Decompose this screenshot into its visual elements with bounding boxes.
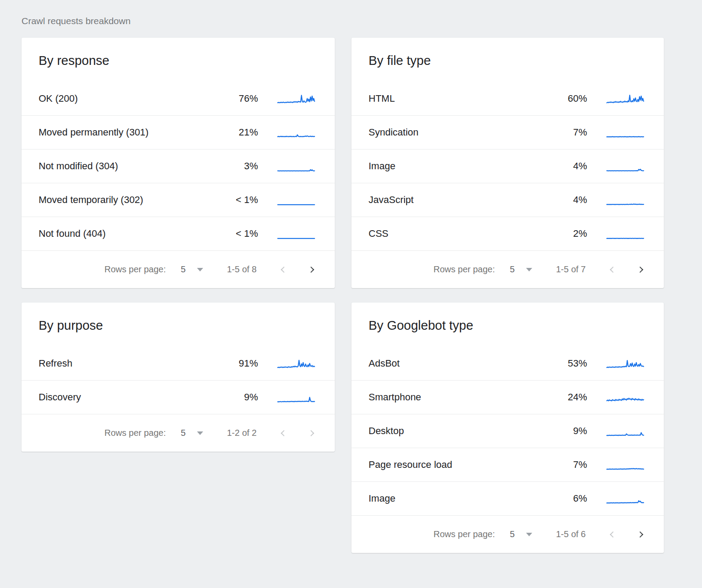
sparkline-chart [277, 390, 315, 405]
row-label: JavaScript [369, 194, 414, 206]
chevron-right-icon [637, 266, 643, 272]
table-row[interactable]: Image4% [351, 149, 664, 183]
row-label: Image [369, 493, 395, 504]
card-title: By Googlebot type [351, 303, 664, 346]
card-pagination: Rows per page: 5 1-5 of 7 [351, 250, 664, 288]
sparkline-chart [606, 390, 645, 405]
card-rows: HTML60%Syndication7%Image4%JavaScript4%C… [351, 82, 664, 250]
sparkline-chart [277, 91, 315, 106]
dropdown-arrow-icon [197, 268, 203, 271]
rows-per-page-label: Rows per page: [433, 264, 495, 274]
card-title: By response [21, 38, 335, 82]
sparkline-chart [606, 226, 645, 241]
sparkline-chart [277, 356, 315, 371]
card-title: By purpose [21, 303, 335, 346]
table-row[interactable]: HTML60% [351, 82, 664, 115]
sparkline-chart [606, 356, 645, 371]
chevron-right-icon [308, 266, 314, 272]
row-value: 9% [244, 392, 258, 403]
dropdown-arrow-icon [197, 431, 203, 435]
row-value: 21% [239, 127, 258, 138]
sparkline-chart [606, 457, 645, 472]
row-label: Syndication [369, 127, 419, 138]
rows-per-page-dropdown[interactable] [194, 428, 206, 439]
table-row[interactable]: OK (200)76% [21, 82, 335, 115]
table-row[interactable]: Desktop9% [351, 414, 664, 448]
row-value: 53% [568, 358, 587, 369]
row-label: HTML [369, 93, 395, 104]
row-label: Discovery [39, 392, 81, 403]
rows-per-page-dropdown[interactable] [523, 529, 535, 540]
row-value: 7% [573, 459, 587, 470]
row-value: 24% [568, 392, 587, 403]
previous-page-button [277, 264, 289, 276]
rows-per-page-dropdown[interactable] [523, 264, 535, 275]
by-googlebot-type-card: By Googlebot type AdsBot53%Smartphone24%… [351, 303, 664, 553]
sparkline-chart [277, 226, 315, 241]
page-title: Crawl requests breakdown [21, 16, 664, 26]
table-row[interactable]: Not modified (304)3% [21, 149, 335, 183]
dropdown-arrow-icon [526, 533, 532, 536]
previous-page-button [277, 427, 289, 439]
crawl-stats-page: Crawl requests breakdown By response OK … [0, 0, 702, 570]
row-value: 76% [239, 93, 258, 104]
rows-per-page-dropdown[interactable] [194, 264, 206, 275]
row-value: 9% [573, 425, 587, 437]
table-row[interactable]: Page resource load7% [351, 448, 664, 481]
sparkline-chart [606, 424, 645, 438]
sparkline-chart [606, 91, 645, 106]
row-label: Refresh [39, 358, 72, 369]
pagination-range: 1-5 of 6 [556, 529, 586, 539]
sparkline-chart [606, 192, 645, 207]
sparkline-chart [606, 491, 645, 506]
cards-grid: By response OK (200)76%Moved permanently… [21, 38, 664, 553]
card-rows: Refresh91%Discovery9% [21, 346, 335, 414]
rows-per-page-label: Rows per page: [104, 264, 166, 274]
row-value: 3% [244, 160, 258, 172]
table-row[interactable]: JavaScript4% [351, 183, 664, 217]
table-row[interactable]: Syndication7% [351, 115, 664, 149]
row-value: 4% [573, 194, 587, 206]
rows-per-page-value[interactable]: 5 [510, 264, 515, 274]
table-row[interactable]: Smartphone24% [351, 380, 664, 414]
by-purpose-card: By purpose Refresh91%Discovery9% Rows pe… [21, 303, 335, 452]
row-label: Image [369, 160, 395, 172]
row-label: CSS [369, 228, 388, 239]
card-pagination: Rows per page: 5 1-5 of 6 [351, 515, 664, 553]
row-value: 7% [573, 127, 587, 138]
row-value: 4% [573, 160, 587, 172]
sparkline-chart [606, 159, 645, 174]
by-file-type-card: By file type HTML60%Syndication7%Image4%… [351, 38, 664, 288]
row-label: AdsBot [369, 358, 400, 369]
pagination-range: 1-2 of 2 [227, 428, 257, 438]
table-row[interactable]: Not found (404)< 1% [21, 217, 335, 250]
chevron-left-icon [610, 266, 616, 272]
table-row[interactable]: Discovery9% [21, 380, 335, 414]
table-row[interactable]: Moved temporarily (302)< 1% [21, 183, 335, 217]
sparkline-chart [277, 192, 315, 207]
row-label: OK (200) [39, 93, 78, 104]
row-label: Smartphone [369, 392, 421, 403]
table-row[interactable]: Moved permanently (301)21% [21, 115, 335, 149]
rows-per-page-value[interactable]: 5 [181, 428, 186, 438]
rows-per-page-value[interactable]: 5 [510, 529, 515, 539]
row-label: Not found (404) [39, 228, 106, 239]
next-page-button[interactable] [635, 528, 647, 541]
row-value: < 1% [236, 228, 258, 239]
chevron-left-icon [610, 531, 616, 537]
sparkline-chart [277, 125, 315, 140]
card-rows: OK (200)76%Moved permanently (301)21%Not… [21, 82, 335, 250]
card-title: By file type [351, 38, 664, 82]
table-row[interactable]: Image6% [351, 481, 664, 515]
row-value: 2% [573, 228, 587, 239]
rows-per-page-value[interactable]: 5 [181, 264, 186, 274]
next-page-button[interactable] [306, 264, 318, 276]
table-row[interactable]: CSS2% [351, 217, 664, 250]
table-row[interactable]: Refresh91% [21, 346, 335, 380]
card-pagination: Rows per page: 5 1-2 of 2 [21, 414, 335, 452]
pagination-range: 1-5 of 7 [556, 264, 586, 274]
next-page-button[interactable] [635, 264, 647, 276]
row-label: Page resource load [369, 459, 452, 470]
row-value: 91% [239, 358, 258, 369]
table-row[interactable]: AdsBot53% [351, 346, 664, 380]
